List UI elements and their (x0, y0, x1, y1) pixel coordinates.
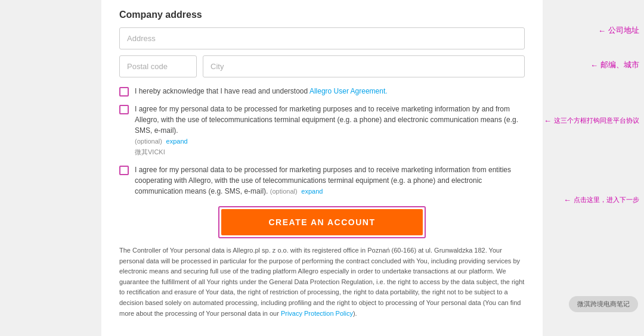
checkbox-2-wrapper[interactable] (119, 105, 129, 114)
annotation-postal: ← 邮编、城市 (590, 60, 639, 70)
checkboxes-section: I hereby acknowledge that I have read an… (119, 86, 525, 197)
checkbox-3[interactable] (119, 166, 129, 175)
annotations-panel: ← 公司地址 ← 邮编、城市 ← 这三个方框打钩同意平台协议 ← 点击这里，进入… (528, 0, 644, 336)
annotation-checkboxes-text: 这三个方框打钩同意平台协议 (554, 116, 639, 125)
annotation-create-btn-text: 点击这里，进入下一步 (574, 195, 639, 204)
address-field-group (119, 27, 525, 49)
annotation-checkboxes: ← 这三个方框打钩同意平台协议 (544, 116, 639, 125)
checkbox-3-wrapper[interactable] (119, 166, 129, 175)
privacy-text: The Controller of Your personal data is … (119, 245, 525, 319)
checkbox-1-text: I hereby acknowledge that I have read an… (135, 86, 388, 97)
privacy-policy-link[interactable]: Privacy Protection Policy (281, 310, 353, 317)
checkbox-2-expand[interactable]: expand (166, 138, 188, 145)
company-address-title: Company address (119, 10, 525, 20)
annotation-postal-arrow: ← (590, 61, 598, 70)
checkbox-3-optional: (optional) (270, 188, 298, 195)
main-form: Company address I hereby acknowledge tha… (101, 0, 543, 336)
annotation-checkboxes-arrow: ← (544, 116, 552, 125)
checkbox-item-1: I hereby acknowledge that I have read an… (119, 86, 525, 97)
checkbox-2-text: I agree for my personal data to be proce… (135, 104, 525, 157)
address-input[interactable] (119, 27, 525, 49)
checkbox-1-text-before: I hereby acknowledge that I have read an… (135, 87, 309, 95)
checkbox-2-optional: (optional) (135, 138, 162, 145)
annotation-address: ← 公司地址 (598, 25, 639, 36)
create-btn-border: CREATE AN ACCOUNT (218, 206, 426, 238)
city-input[interactable] (203, 55, 525, 77)
annotation-address-text: 公司地址 (608, 25, 639, 36)
checkbox-3-expand[interactable]: expand (301, 188, 323, 195)
allegro-agreement-link[interactable]: Allegro User Agreement. (309, 87, 388, 95)
postal-code-input[interactable] (119, 55, 197, 77)
postal-city-row (119, 55, 525, 77)
watermark-text: 微淇跨境电商笔记 (577, 300, 630, 309)
checkbox-2[interactable] (119, 105, 129, 114)
wechat-label: 微其VICKI (135, 148, 165, 155)
annotation-create-btn-arrow: ← (564, 195, 571, 204)
create-btn-wrapper: CREATE AN ACCOUNT (119, 206, 525, 238)
checkbox-1-wrapper[interactable] (119, 87, 129, 97)
checkbox-3-text: I agree for my personal data to be proce… (135, 164, 525, 197)
create-account-button[interactable]: CREATE AN ACCOUNT (221, 209, 423, 235)
watermark: 微淇跨境电商笔记 (569, 296, 638, 312)
annotation-create-btn: ← 点击这里，进入下一步 (564, 195, 639, 204)
checkbox-1[interactable] (119, 87, 129, 97)
annotation-postal-text: 邮编、城市 (600, 60, 639, 70)
checkbox-item-3: I agree for my personal data to be proce… (119, 164, 525, 197)
checkbox-item-2: I agree for my personal data to be proce… (119, 104, 525, 157)
annotation-address-arrow: ← (598, 26, 606, 35)
